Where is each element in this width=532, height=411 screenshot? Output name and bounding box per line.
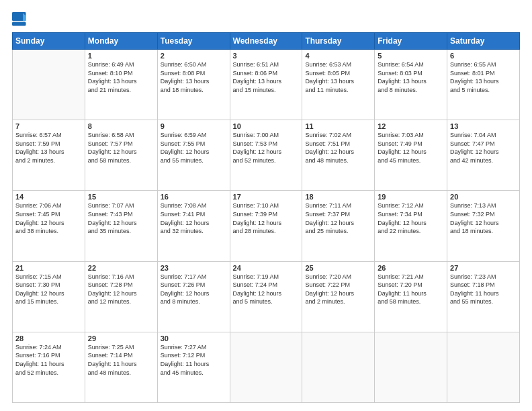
day-number: 28: [15, 334, 82, 342]
calendar-cell: 26Sunrise: 7:21 AM Sunset: 7:20 PM Dayli…: [375, 261, 447, 332]
calendar-week-4: 21Sunrise: 7:15 AM Sunset: 7:30 PM Dayli…: [13, 261, 520, 332]
calendar-cell: 14Sunrise: 7:06 AM Sunset: 7:45 PM Dayli…: [13, 191, 85, 261]
calendar-cell: 10Sunrise: 7:00 AM Sunset: 7:53 PM Dayli…: [230, 120, 302, 191]
calendar-cell: [302, 332, 375, 402]
calendar-cell: 13Sunrise: 7:04 AM Sunset: 7:47 PM Dayli…: [447, 120, 520, 191]
day-number: 1: [88, 52, 154, 60]
calendar-week-2: 7Sunrise: 6:57 AM Sunset: 7:59 PM Daylig…: [13, 120, 520, 191]
day-detail: Sunrise: 6:59 AM Sunset: 7:55 PM Dayligh…: [161, 131, 227, 165]
calendar-cell: 3Sunrise: 6:51 AM Sunset: 8:06 PM Daylig…: [230, 50, 302, 120]
calendar-header-saturday: Saturday: [447, 33, 520, 50]
calendar-header-monday: Monday: [85, 33, 157, 50]
calendar-cell: 12Sunrise: 7:03 AM Sunset: 7:49 PM Dayli…: [375, 120, 447, 191]
calendar-cell: 21Sunrise: 7:15 AM Sunset: 7:30 PM Dayli…: [13, 261, 85, 332]
calendar-cell: 17Sunrise: 7:10 AM Sunset: 7:39 PM Dayli…: [230, 191, 302, 261]
calendar-cell: 22Sunrise: 7:16 AM Sunset: 7:28 PM Dayli…: [85, 261, 157, 332]
day-number: 14: [15, 193, 82, 201]
calendar-cell: 19Sunrise: 7:12 AM Sunset: 7:34 PM Dayli…: [375, 191, 447, 261]
day-detail: Sunrise: 6:58 AM Sunset: 7:57 PM Dayligh…: [88, 131, 154, 165]
day-detail: Sunrise: 7:21 AM Sunset: 7:20 PM Dayligh…: [378, 273, 444, 306]
day-detail: Sunrise: 7:04 AM Sunset: 7:47 PM Dayligh…: [450, 131, 517, 165]
day-detail: Sunrise: 7:10 AM Sunset: 7:39 PM Dayligh…: [233, 201, 300, 235]
day-detail: Sunrise: 6:51 AM Sunset: 8:06 PM Dayligh…: [233, 60, 300, 94]
day-detail: Sunrise: 7:07 AM Sunset: 7:43 PM Dayligh…: [88, 201, 154, 235]
calendar-header-wednesday: Wednesday: [230, 33, 302, 50]
day-number: 21: [15, 264, 82, 272]
day-detail: Sunrise: 7:02 AM Sunset: 7:51 PM Dayligh…: [305, 131, 371, 165]
day-number: 15: [88, 193, 154, 201]
day-detail: Sunrise: 7:11 AM Sunset: 7:37 PM Dayligh…: [305, 201, 371, 235]
day-number: 6: [450, 52, 517, 60]
day-number: 27: [450, 264, 517, 272]
day-number: 10: [233, 122, 300, 130]
day-number: 19: [378, 193, 444, 201]
day-detail: Sunrise: 7:16 AM Sunset: 7:28 PM Dayligh…: [88, 273, 154, 306]
day-number: 16: [161, 193, 227, 201]
day-detail: Sunrise: 6:53 AM Sunset: 8:05 PM Dayligh…: [305, 60, 371, 94]
day-number: 22: [88, 264, 154, 272]
day-detail: Sunrise: 7:12 AM Sunset: 7:34 PM Dayligh…: [378, 201, 444, 235]
calendar-cell: 23Sunrise: 7:17 AM Sunset: 7:26 PM Dayli…: [157, 261, 230, 332]
calendar-cell: 4Sunrise: 6:53 AM Sunset: 8:05 PM Daylig…: [302, 50, 375, 120]
day-detail: Sunrise: 6:55 AM Sunset: 8:01 PM Dayligh…: [450, 60, 517, 94]
calendar-week-3: 14Sunrise: 7:06 AM Sunset: 7:45 PM Dayli…: [13, 191, 520, 261]
day-number: 4: [305, 52, 371, 60]
calendar-cell: 9Sunrise: 6:59 AM Sunset: 7:55 PM Daylig…: [157, 120, 230, 191]
calendar-table: SundayMondayTuesdayWednesdayThursdayFrid…: [12, 32, 520, 403]
day-detail: Sunrise: 7:27 AM Sunset: 7:12 PM Dayligh…: [161, 343, 227, 377]
day-detail: Sunrise: 7:25 AM Sunset: 7:14 PM Dayligh…: [88, 343, 154, 377]
day-detail: Sunrise: 6:49 AM Sunset: 8:10 PM Dayligh…: [88, 60, 154, 94]
day-detail: Sunrise: 7:17 AM Sunset: 7:26 PM Dayligh…: [161, 273, 227, 306]
calendar-cell: 7Sunrise: 6:57 AM Sunset: 7:59 PM Daylig…: [13, 120, 85, 191]
day-number: 2: [161, 52, 227, 60]
day-detail: Sunrise: 7:08 AM Sunset: 7:41 PM Dayligh…: [161, 201, 227, 235]
calendar-cell: [230, 332, 302, 402]
day-detail: Sunrise: 7:13 AM Sunset: 7:32 PM Dayligh…: [450, 201, 517, 235]
day-number: 17: [233, 193, 300, 201]
calendar-cell: [375, 332, 447, 402]
day-detail: Sunrise: 7:23 AM Sunset: 7:18 PM Dayligh…: [450, 273, 517, 306]
calendar-header-tuesday: Tuesday: [157, 33, 230, 50]
svg-rect-2: [12, 22, 26, 26]
calendar-cell: 25Sunrise: 7:20 AM Sunset: 7:22 PM Dayli…: [302, 261, 375, 332]
calendar-header-thursday: Thursday: [302, 33, 375, 50]
day-number: 12: [378, 122, 444, 130]
day-number: 7: [15, 122, 82, 130]
calendar-cell: 11Sunrise: 7:02 AM Sunset: 7:51 PM Dayli…: [302, 120, 375, 191]
day-detail: Sunrise: 7:06 AM Sunset: 7:45 PM Dayligh…: [15, 201, 82, 235]
calendar-cell: 15Sunrise: 7:07 AM Sunset: 7:43 PM Dayli…: [85, 191, 157, 261]
calendar-week-5: 28Sunrise: 7:24 AM Sunset: 7:16 PM Dayli…: [13, 332, 520, 402]
calendar-header-sunday: Sunday: [13, 33, 85, 50]
calendar-week-1: 1Sunrise: 6:49 AM Sunset: 8:10 PM Daylig…: [13, 50, 520, 120]
calendar-cell: 24Sunrise: 7:19 AM Sunset: 7:24 PM Dayli…: [230, 261, 302, 332]
day-detail: Sunrise: 7:00 AM Sunset: 7:53 PM Dayligh…: [233, 131, 300, 165]
day-number: 3: [233, 52, 300, 60]
day-detail: Sunrise: 6:50 AM Sunset: 8:08 PM Dayligh…: [161, 60, 227, 94]
calendar-cell: 28Sunrise: 7:24 AM Sunset: 7:16 PM Dayli…: [13, 332, 85, 402]
calendar-cell: 8Sunrise: 6:58 AM Sunset: 7:57 PM Daylig…: [85, 120, 157, 191]
day-number: 24: [233, 264, 300, 272]
day-detail: Sunrise: 6:57 AM Sunset: 7:59 PM Dayligh…: [15, 131, 82, 165]
calendar-cell: 2Sunrise: 6:50 AM Sunset: 8:08 PM Daylig…: [157, 50, 230, 120]
day-detail: Sunrise: 7:24 AM Sunset: 7:16 PM Dayligh…: [15, 343, 82, 377]
page: SundayMondayTuesdayWednesdayThursdayFrid…: [0, 0, 532, 411]
calendar-cell: 1Sunrise: 6:49 AM Sunset: 8:10 PM Daylig…: [85, 50, 157, 120]
day-detail: Sunrise: 7:15 AM Sunset: 7:30 PM Dayligh…: [15, 273, 82, 306]
day-number: 30: [161, 334, 227, 342]
calendar-cell: 18Sunrise: 7:11 AM Sunset: 7:37 PM Dayli…: [302, 191, 375, 261]
calendar-cell: 6Sunrise: 6:55 AM Sunset: 8:01 PM Daylig…: [447, 50, 520, 120]
calendar-cell: 27Sunrise: 7:23 AM Sunset: 7:18 PM Dayli…: [447, 261, 520, 332]
day-number: 5: [378, 52, 444, 60]
day-detail: Sunrise: 7:20 AM Sunset: 7:22 PM Dayligh…: [305, 273, 371, 306]
day-number: 8: [88, 122, 154, 130]
day-detail: Sunrise: 6:54 AM Sunset: 8:03 PM Dayligh…: [378, 60, 444, 94]
day-number: 29: [88, 334, 154, 342]
logo: [12, 12, 28, 27]
day-number: 13: [450, 122, 517, 130]
calendar-cell: [447, 332, 520, 402]
day-number: 26: [378, 264, 444, 272]
calendar-cell: 5Sunrise: 6:54 AM Sunset: 8:03 PM Daylig…: [375, 50, 447, 120]
calendar-header-row: SundayMondayTuesdayWednesdayThursdayFrid…: [13, 33, 520, 50]
calendar-cell: 20Sunrise: 7:13 AM Sunset: 7:32 PM Dayli…: [447, 191, 520, 261]
day-number: 23: [161, 264, 227, 272]
